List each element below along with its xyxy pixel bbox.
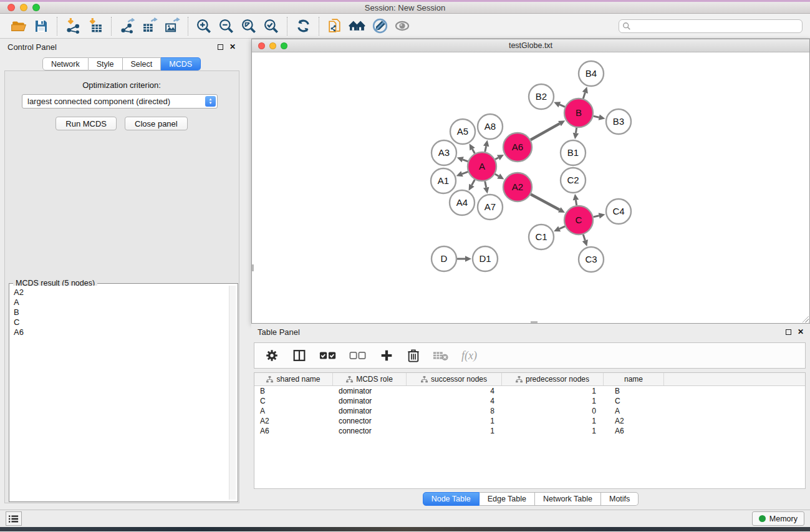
zoom-fit-button[interactable] (238, 16, 260, 36)
column-header-predecessor-nodes[interactable]: predecessor nodes (502, 373, 604, 385)
show-graphics-details-button[interactable] (391, 16, 413, 36)
graph-edge-C-C2[interactable] (573, 194, 579, 205)
graph-edge-A-A2[interactable] (495, 173, 504, 179)
result-item[interactable]: B (11, 307, 229, 317)
column-header-mcds-role[interactable]: MCDS role (333, 373, 407, 385)
tab-node-table[interactable]: Node Table (423, 492, 480, 506)
zoom-window-button[interactable] (32, 4, 40, 11)
table-row[interactable]: Bdominator41B (254, 386, 805, 396)
graph-edge-A-A7[interactable] (483, 181, 489, 194)
network-canvas[interactable]: AA1A2A3A4A5A6A7A8BB1B2B3B4CC1C2C3C4DD1 (252, 52, 809, 323)
graph-node-A[interactable]: A (468, 152, 496, 181)
graph-node-A8[interactable]: A8 (478, 114, 503, 139)
graph-node-C1[interactable]: C1 (529, 225, 554, 249)
open-session-button[interactable] (7, 16, 30, 36)
close-window-button[interactable] (7, 4, 15, 11)
graph-node-C4[interactable]: C4 (606, 199, 631, 224)
minimize-window-button[interactable] (20, 4, 27, 11)
graph-edge-C-C3[interactable] (582, 235, 588, 246)
graph-node-B2[interactable]: B2 (529, 84, 554, 109)
result-item[interactable]: A2 (11, 288, 229, 297)
close-panel-icon[interactable]: ✕ (229, 43, 236, 51)
graph-node-B3[interactable]: B3 (606, 109, 631, 134)
result-item[interactable]: A6 (11, 327, 229, 337)
task-history-button[interactable] (6, 511, 22, 526)
import-table-button[interactable] (84, 16, 107, 36)
table-row[interactable]: A2connector11A2 (254, 416, 805, 426)
graph-node-A4[interactable]: A4 (450, 190, 475, 215)
network-horizontal-scroll-thumb[interactable] (531, 321, 538, 323)
result-item[interactable]: C (11, 317, 229, 327)
graph-node-A7[interactable]: A7 (478, 195, 503, 220)
float-table-panel-icon[interactable] (786, 329, 791, 335)
apply-layout-button[interactable] (292, 16, 314, 36)
search-input[interactable] (631, 22, 799, 31)
select-all-columns-button[interactable] (319, 349, 337, 362)
table-row[interactable]: A6connector11A6 (254, 426, 805, 436)
result-item[interactable]: A (11, 297, 229, 307)
graph-node-B4[interactable]: B4 (579, 61, 604, 86)
network-from-document-button[interactable] (324, 16, 346, 36)
graph-node-C3[interactable]: C3 (579, 247, 604, 272)
column-header-name[interactable]: name (604, 373, 664, 385)
table-row[interactable]: Adominator80A (254, 406, 805, 416)
graph-edge-D-D1[interactable] (457, 256, 471, 262)
save-session-button[interactable] (30, 16, 52, 36)
network-window-titlebar[interactable]: testGlobe.txt (252, 39, 809, 52)
graph-edge-A-A1[interactable] (456, 171, 468, 177)
export-network-button[interactable] (116, 16, 138, 36)
zoom-out-button[interactable] (215, 16, 238, 36)
close-panel-button[interactable]: Close panel (125, 117, 188, 130)
close-table-panel-icon[interactable]: ✕ (798, 328, 804, 336)
graph-edge-A6-B[interactable] (531, 120, 565, 140)
network-minimize-button[interactable] (269, 42, 276, 49)
graph-node-A1[interactable]: A1 (431, 168, 456, 193)
graph-node-D1[interactable]: D1 (473, 246, 498, 271)
graph-node-B1[interactable]: B1 (561, 140, 586, 165)
deselect-all-columns-button[interactable] (349, 349, 367, 362)
graph-edge-B-B3[interactable] (593, 114, 605, 120)
graph-edge-B-B2[interactable] (554, 102, 565, 107)
graph-edge-B-B4[interactable] (582, 87, 588, 99)
run-mcds-button[interactable]: Run MCDS (55, 117, 117, 130)
column-settings-button[interactable] (264, 348, 279, 363)
graph-edge-C-C1[interactable] (554, 226, 565, 231)
graph-edge-A-A5[interactable] (470, 143, 475, 153)
zoom-selected-button[interactable] (260, 16, 282, 36)
graph-edge-A2-C[interactable] (531, 194, 565, 213)
result-scrollbar[interactable] (229, 286, 236, 500)
graph-node-C[interactable]: C (564, 206, 593, 235)
float-panel-icon[interactable] (218, 44, 223, 50)
column-header-shared-name[interactable]: shared name (254, 373, 333, 385)
search-field[interactable] (619, 19, 803, 33)
export-image-button[interactable] (161, 16, 183, 36)
tab-edge-table[interactable]: Edge Table (480, 492, 535, 506)
delete-columns-button[interactable] (407, 348, 420, 363)
network-close-button[interactable] (258, 42, 265, 49)
hide-labels-button[interactable] (369, 16, 391, 36)
network-vertical-scroll-thumb[interactable] (252, 264, 254, 271)
table-row[interactable]: Cdominator41C (254, 396, 805, 406)
graph-node-B[interactable]: B (564, 99, 593, 127)
zoom-in-button[interactable] (193, 16, 215, 36)
tab-style[interactable]: Style (89, 57, 123, 70)
graph-node-A5[interactable]: A5 (450, 119, 475, 144)
delete-table-button[interactable] (433, 349, 449, 362)
graph-node-D[interactable]: D (432, 246, 456, 271)
graph-node-A6[interactable]: A6 (503, 133, 532, 162)
graph-node-A3[interactable]: A3 (432, 140, 456, 165)
tab-network-table[interactable]: Network Table (535, 492, 601, 506)
import-network-button[interactable] (62, 16, 84, 36)
network-zoom-button[interactable] (281, 42, 287, 49)
function-builder-button[interactable]: f(x) (461, 349, 477, 362)
tab-network[interactable]: Network (42, 57, 89, 70)
tab-select[interactable]: Select (123, 57, 162, 70)
first-neighbors-button[interactable] (346, 16, 369, 36)
create-column-button[interactable] (379, 348, 394, 363)
graph-edge-A-A6[interactable] (495, 155, 504, 160)
graph-edge-A-A8[interactable] (483, 140, 489, 152)
graph-edge-C-C4[interactable] (593, 213, 605, 218)
graph-node-A2[interactable]: A2 (503, 173, 532, 201)
graph-edge-A-A4[interactable] (469, 180, 475, 191)
tab-motifs[interactable]: Motifs (601, 492, 639, 506)
